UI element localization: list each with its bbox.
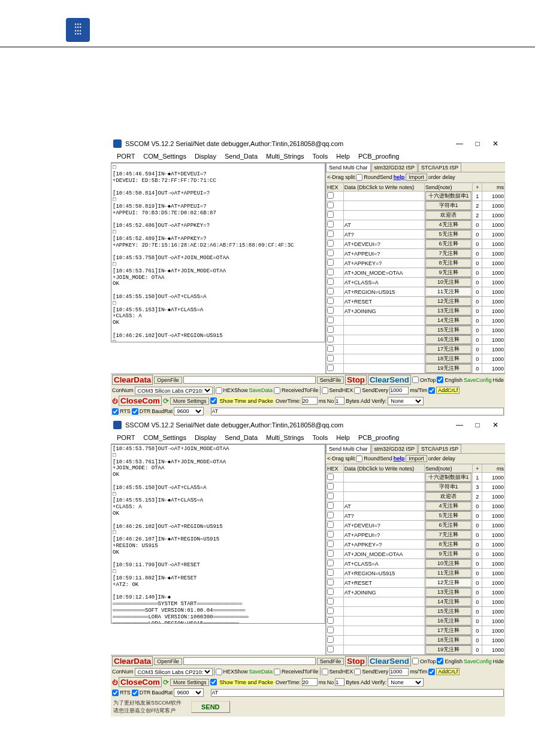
english-checkbox[interactable] [437, 658, 443, 664]
row-ms[interactable]: 1000 [482, 306, 505, 316]
refresh-icon[interactable]: ⟳ [163, 397, 169, 405]
hexshow-checkbox[interactable] [216, 387, 222, 394]
row-send-button[interactable]: 6无注释 [425, 521, 471, 530]
row-send-button[interactable]: 9无注释 [425, 549, 471, 558]
row-hex-checkbox[interactable] [327, 560, 334, 566]
row-data-cell[interactable] [343, 316, 424, 326]
tab[interactable]: stm32/GD32 ISP [371, 163, 418, 172]
menu-com_settings[interactable]: COM_Settings [140, 151, 190, 161]
sendhex-checkbox[interactable] [322, 387, 328, 394]
row-hex-checkbox[interactable] [327, 307, 334, 314]
import-button[interactable]: Import [406, 455, 427, 462]
row-hex-checkbox[interactable] [327, 317, 334, 323]
row-ms[interactable]: 1000 [482, 607, 505, 617]
row-data-cell[interactable]: AT? [343, 230, 424, 239]
row-hex-checkbox[interactable] [327, 336, 334, 342]
addcrlf-checkbox[interactable] [428, 387, 435, 394]
row-ms[interactable]: 1000 [482, 316, 505, 326]
row-send-button[interactable]: 12无注释 [425, 578, 471, 587]
row-hex-checkbox[interactable] [327, 550, 334, 557]
tab[interactable]: Send Multi Char [326, 444, 371, 453]
row-data-cell[interactable]: AT+JOINING [343, 306, 424, 316]
row-hex-checkbox[interactable] [327, 250, 334, 256]
row-data-cell[interactable] [343, 211, 424, 220]
row-ms[interactable]: 1000 [482, 645, 505, 655]
row-data-cell[interactable] [343, 636, 424, 645]
sendevery-checkbox[interactable] [354, 387, 361, 394]
row-hex-checkbox[interactable] [327, 579, 334, 585]
row-data-cell[interactable]: AT+APPKEY=? [343, 540, 424, 549]
refresh-icon[interactable]: ⟳ [163, 678, 169, 687]
row-send-button[interactable]: 10无注释 [425, 559, 471, 568]
tab[interactable]: stm32/GD32 ISP [371, 444, 418, 453]
row-send-button[interactable]: 欢迎语 [425, 492, 471, 501]
row-ms[interactable]: 1000 [482, 220, 505, 230]
row-hex-checkbox[interactable] [327, 646, 334, 652]
ontop-checkbox[interactable] [412, 658, 419, 664]
row-ms[interactable]: 1000 [482, 287, 505, 297]
clear-send-button[interactable]: ClearSend [368, 375, 411, 385]
minimize-button[interactable]: — [452, 420, 467, 430]
row-ms[interactable]: 1000 [482, 502, 505, 511]
row-hex-checkbox[interactable] [327, 588, 334, 595]
row-data-cell[interactable]: AT+DEVEUI=? [343, 521, 424, 530]
row-send-button[interactable]: 十六进制数据串1 [425, 192, 471, 201]
row-send-button[interactable]: 8无注释 [425, 540, 471, 549]
menu-send_data[interactable]: Send_Data [221, 151, 261, 161]
row-hex-checkbox[interactable] [327, 521, 334, 528]
hide-label[interactable]: Hide [492, 377, 504, 383]
row-data-cell[interactable]: AT [343, 220, 424, 230]
tab[interactable]: STC/IAP15 ISP [418, 163, 461, 172]
row-data-cell[interactable] [343, 326, 424, 335]
row-ms[interactable]: 1000 [482, 636, 505, 645]
english-checkbox[interactable] [437, 377, 443, 383]
row-hex-checkbox[interactable] [327, 617, 334, 624]
row-send-button[interactable]: 11无注释 [425, 287, 471, 296]
row-data-cell[interactable] [343, 617, 424, 626]
row-data-cell[interactable] [343, 364, 424, 374]
com-port-select[interactable]: COM3 Silicon Labs CP210x U [135, 668, 213, 676]
row-ms[interactable]: 1000 [482, 511, 505, 521]
row-send-button[interactable]: 5无注释 [425, 230, 471, 239]
dtr-checkbox[interactable] [132, 690, 138, 696]
showtime-checkbox[interactable] [210, 397, 217, 404]
menu-pcb_proofing[interactable]: PCB_proofing [355, 151, 403, 161]
baud-select[interactable]: 9600 [174, 688, 204, 697]
row-data-cell[interactable]: AT+APPEUI=? [343, 530, 424, 540]
recvtofile-checkbox[interactable] [274, 669, 280, 675]
send-file-button[interactable]: SendFile [317, 377, 344, 384]
row-send-button[interactable]: 14无注释 [425, 316, 471, 325]
menu-help[interactable]: Help [333, 433, 353, 442]
menu-tools[interactable]: Tools [309, 151, 332, 161]
row-data-cell[interactable]: AT+JOIN_MODE=OTAA [343, 549, 424, 559]
savedata-label[interactable]: SaveData [249, 669, 273, 675]
open-file-button[interactable]: OpenFile [154, 377, 182, 384]
row-data-cell[interactable]: AT+REGION=US915 [343, 569, 424, 578]
row-hex-checkbox[interactable] [327, 569, 334, 576]
row-send-button[interactable]: 7无注释 [425, 249, 471, 258]
row-hex-checkbox[interactable] [327, 531, 334, 538]
row-data-cell[interactable] [343, 482, 424, 492]
clear-data-button[interactable]: ClearData [112, 375, 153, 385]
minimize-button[interactable]: — [452, 138, 467, 149]
row-data-cell[interactable]: AT+JOINING [343, 588, 424, 597]
file-path-input[interactable] [183, 376, 316, 384]
row-data-cell[interactable] [343, 192, 424, 201]
row-hex-checkbox[interactable] [327, 297, 334, 304]
row-ms[interactable]: 1000 [482, 597, 505, 607]
row-data-cell[interactable]: AT+CLASS=A [343, 559, 424, 569]
maximize-button[interactable]: □ [470, 138, 485, 149]
sendhex-checkbox[interactable] [322, 669, 328, 675]
row-data-cell[interactable]: AT+DEVEUI=? [343, 239, 424, 249]
row-send-button[interactable]: 字符串1 [425, 482, 471, 491]
row-data-cell[interactable]: AT+APPEUI=? [343, 249, 424, 259]
help-link[interactable]: help [394, 174, 405, 180]
more-settings-button[interactable]: More Settings [170, 679, 210, 686]
row-ms[interactable]: 1000 [482, 335, 505, 345]
row-ms[interactable]: 1000 [482, 268, 505, 278]
row-hex-checkbox[interactable] [327, 288, 334, 294]
row-send-button[interactable]: 15无注释 [425, 607, 471, 616]
ontop-checkbox[interactable] [412, 377, 419, 383]
row-ms[interactable]: 1000 [482, 297, 505, 306]
menu-port[interactable]: PORT [113, 433, 138, 442]
